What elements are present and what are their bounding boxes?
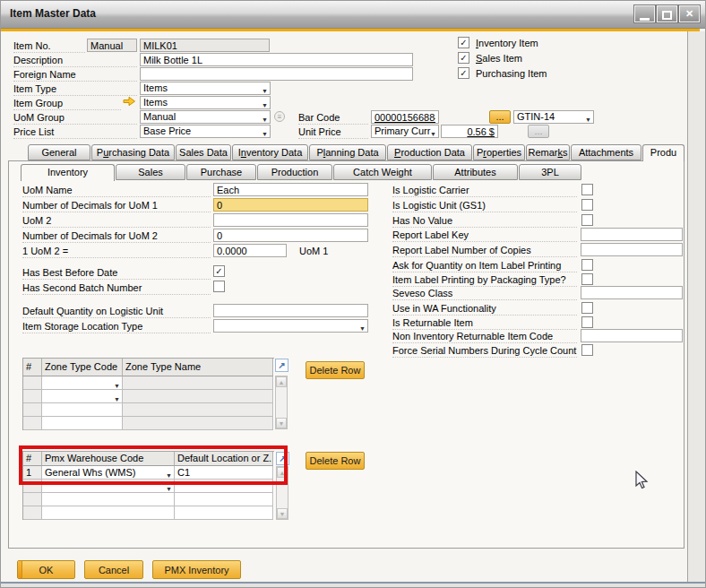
use-in-wa-functionality-checkbox[interactable] [581, 302, 593, 314]
table-row [23, 506, 274, 520]
decimals-uom1-field[interactable] [213, 198, 368, 212]
uom2-field[interactable] [213, 213, 368, 227]
zone-col-code-header: Zone Type Code [42, 359, 123, 376]
tab-general[interactable]: General [28, 144, 90, 160]
subtab-3pl[interactable]: 3PL [519, 164, 581, 180]
decimals-uom2-field[interactable] [213, 229, 368, 242]
has-second-batch-number-checkbox[interactable] [213, 281, 225, 292]
subtab-inventory[interactable]: Inventory [21, 164, 115, 181]
report-label-key-field[interactable] [581, 228, 683, 241]
close-button[interactable]: ✕ [679, 5, 700, 22]
bar-code-field[interactable] [371, 110, 439, 124]
tab-remarks[interactable]: Remarks [526, 144, 570, 160]
item-label-printing-packaging-checkbox[interactable] [581, 273, 593, 285]
zone-delete-row-button[interactable]: Delete Row [306, 361, 365, 379]
zone-col-num-header: # [23, 359, 42, 376]
chevron-down-icon: ▼ [262, 114, 268, 124]
cancel-button[interactable]: Cancel [84, 560, 143, 579]
bar-code-label: Bar Code [298, 112, 368, 125]
uom-name-field[interactable] [213, 183, 368, 196]
link-arrow-icon[interactable] [123, 96, 136, 108]
pmx-location-cell[interactable] [175, 506, 273, 520]
zone-code-cell[interactable]: ▼ [42, 390, 123, 403]
sales-item-checkbox[interactable]: ✓ [458, 52, 469, 64]
zone-table-expand-icon[interactable]: ↗ [275, 359, 288, 372]
ask-quantity-label-printing-checkbox[interactable] [581, 259, 593, 271]
chevron-down-icon[interactable]: ▼ [114, 380, 120, 390]
has-second-batch-number-label: Has Second Batch Number [22, 282, 211, 295]
window-bottom-frame [1, 584, 706, 588]
minimize-button[interactable] [634, 5, 655, 22]
uom-group-dropdown[interactable]: Manual▼ [140, 110, 271, 124]
tab-produmex[interactable]: Produ [642, 144, 684, 161]
item-type-dropdown[interactable]: Items▼ [140, 82, 271, 95]
scroll-down-icon[interactable]: ▼ [277, 508, 288, 519]
description-field[interactable] [140, 53, 413, 66]
scroll-down-icon[interactable]: ▼ [276, 418, 287, 428]
zone-code-cell[interactable] [42, 403, 123, 417]
tab-purchasing-data[interactable]: Purchasing Data [91, 144, 175, 160]
subtab-production[interactable]: Production [257, 164, 332, 180]
use-in-wa-functionality-label: Use in WA Functionality [392, 303, 577, 316]
maximize-icon [662, 11, 672, 20]
pmx-location-cell[interactable] [175, 493, 273, 506]
ok-button[interactable]: OK [17, 560, 75, 579]
item-no-field[interactable] [140, 39, 270, 52]
pmx-inventory-button[interactable]: PMX Inventory [152, 560, 241, 579]
maximize-button[interactable] [657, 5, 677, 22]
subtab-catch-weight[interactable]: Catch Weight [333, 164, 432, 180]
zone-table-scrollbar[interactable]: ▲ ▼ [275, 376, 288, 429]
chevron-down-icon[interactable]: ▼ [114, 393, 120, 403]
uom2-equals-label: 1 UoM 2 = [22, 246, 211, 258]
subtab-sales[interactable]: Sales [116, 164, 185, 180]
tab-properties[interactable]: Properties [473, 144, 525, 160]
tab-attachments[interactable]: Attachments [571, 144, 641, 160]
subtab-purchase[interactable]: Purchase [186, 164, 256, 180]
inventory-item-label: Inventory Item [476, 38, 574, 50]
pmx-delete-row-button[interactable]: Delete Row [306, 452, 365, 470]
item-no-mode-field[interactable] [87, 39, 137, 52]
uom-name-label: UoM Name [22, 185, 211, 197]
uom2-equals-field[interactable] [213, 244, 287, 257]
chevron-down-icon: ▼ [262, 128, 268, 138]
price-list-dropdown[interactable]: Base Price▼ [140, 125, 271, 138]
uom-group-detail-icon[interactable]: ≡ [274, 111, 285, 122]
default-quantity-logistic-unit-field[interactable] [213, 304, 368, 317]
subtab-attributes[interactable]: Attributes [433, 164, 518, 180]
foreign-name-field[interactable] [140, 67, 413, 81]
zone-code-cell[interactable]: ▼ [42, 376, 123, 390]
inventory-item-checkbox[interactable]: ✓ [458, 37, 469, 48]
is-returnable-item-checkbox[interactable] [581, 316, 593, 328]
has-best-before-date-checkbox[interactable]: ✓ [213, 265, 225, 277]
purchasing-item-checkbox[interactable]: ✓ [458, 67, 469, 79]
bar-code-browse-button[interactable]: ... [489, 110, 511, 124]
tab-sales-data[interactable]: Sales Data [176, 144, 231, 160]
seveso-class-field[interactable] [581, 286, 683, 299]
tab-production-data[interactable]: Production Data [387, 144, 472, 160]
bar-code-type-dropdown[interactable]: GTIN-14▼ [513, 110, 594, 124]
zone-code-cell[interactable] [42, 417, 123, 430]
unit-price-field[interactable] [441, 125, 498, 138]
unit-price-browse-button[interactable]: ... [528, 125, 549, 138]
is-logistic-carrier-checkbox[interactable] [581, 184, 593, 195]
sub-tab-bar: Inventory Sales Purchase Production Catc… [21, 164, 582, 181]
zone-type-table: # Zone Type Code Zone Type Name ▼ ▼ [22, 358, 274, 430]
pmx-warehouse-cell[interactable] [42, 506, 175, 520]
has-no-value-checkbox[interactable] [581, 214, 593, 226]
non-inventory-returnable-item-code-field[interactable] [581, 329, 683, 342]
decimals-uom2-label: Number of Decimals for UoM 2 [22, 230, 211, 243]
unit-price-currency-dropdown[interactable]: Primary Curr▼ [371, 125, 439, 138]
chevron-down-icon: ▼ [585, 114, 591, 124]
pmx-warehouse-cell[interactable] [42, 493, 175, 506]
report-label-copies-label: Report Label Number of Copies [392, 245, 577, 257]
is-logistic-unit-gs1-checkbox[interactable] [581, 199, 593, 211]
report-label-copies-field[interactable] [581, 243, 683, 256]
tab-planning-data[interactable]: Planning Data [309, 144, 386, 160]
scroll-up-icon[interactable]: ▲ [276, 376, 287, 387]
force-serial-numbers-cycle-count-checkbox[interactable] [581, 344, 593, 356]
item-group-dropdown[interactable]: Items▼ [140, 96, 271, 109]
tab-inventory-data[interactable]: Inventory Data [232, 144, 308, 160]
is-logistic-unit-gs1-label: Is Logistic Unit (GS1) [392, 200, 577, 212]
item-storage-location-type-dropdown[interactable]: ▼ [213, 319, 368, 333]
minimize-icon [640, 18, 650, 21]
